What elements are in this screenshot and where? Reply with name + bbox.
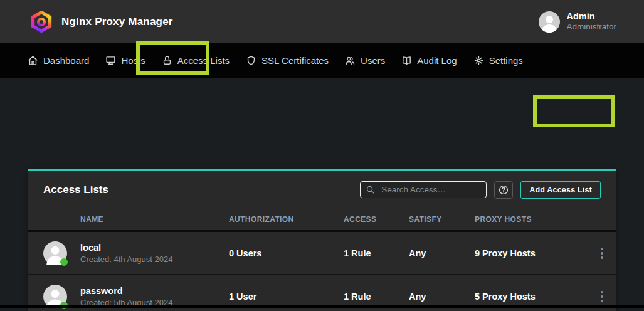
kebab-menu-icon[interactable] bbox=[598, 245, 606, 261]
search-icon bbox=[366, 185, 375, 194]
app-title: Nginx Proxy Manager bbox=[61, 16, 173, 28]
search-input[interactable] bbox=[380, 184, 481, 195]
gear-icon bbox=[473, 55, 484, 66]
column-header-proxy-hosts: PROXY HOSTS bbox=[475, 215, 588, 224]
online-status-dot bbox=[60, 258, 68, 266]
home-icon bbox=[28, 55, 38, 66]
access-lists-table: NAME AUTHORIZATION ACCESS SATISFY PROXY … bbox=[28, 208, 616, 311]
authorization-value: 0 Users bbox=[229, 248, 344, 258]
table-row[interactable]: local Created: 4th August 2024 0 Users 1… bbox=[28, 232, 616, 274]
proxy-hosts-value: 9 Proxy Hosts bbox=[475, 248, 588, 258]
nav-label: Users bbox=[361, 55, 385, 66]
panel-header: Access Lists Add Access List bbox=[28, 171, 616, 208]
access-value: 1 Rule bbox=[344, 292, 409, 302]
nav-item-audit-log[interactable]: Audit Log bbox=[401, 55, 457, 66]
nav-label: Access Lists bbox=[177, 55, 230, 66]
user-menu[interactable]: Admin Administrator bbox=[539, 11, 616, 33]
nav-item-ssl-certificates[interactable]: SSL Certificates bbox=[246, 55, 329, 66]
column-header-satisfy: SATISFY bbox=[409, 215, 475, 224]
monitor-icon bbox=[105, 55, 116, 66]
nginx-proxy-manager-app: { "topbar": { "title": "Nginx Proxy Mana… bbox=[0, 0, 644, 311]
lock-icon bbox=[162, 55, 172, 66]
user-role: Administrator bbox=[566, 22, 616, 32]
panel-title: Access Lists bbox=[43, 184, 352, 196]
page-content: Access Lists Add Access List NAME AUTHOR bbox=[0, 78, 644, 308]
help-button[interactable] bbox=[494, 181, 513, 199]
nav-item-settings[interactable]: Settings bbox=[473, 55, 523, 66]
column-header-authorization: AUTHORIZATION bbox=[229, 215, 344, 224]
access-list-name: local bbox=[80, 243, 172, 253]
nav-item-dashboard[interactable]: Dashboard bbox=[28, 55, 89, 66]
search-box bbox=[360, 181, 487, 198]
satisfy-value: Any bbox=[409, 292, 475, 302]
question-circle-icon bbox=[498, 184, 509, 196]
column-header-access: ACCESS bbox=[344, 215, 409, 224]
main-nav: Dashboard Hosts Access Lists SSL Certifi… bbox=[0, 43, 644, 78]
users-icon bbox=[345, 55, 356, 66]
shield-icon bbox=[246, 55, 256, 66]
nav-label: SSL Certificates bbox=[261, 55, 329, 66]
access-value: 1 Rule bbox=[344, 248, 409, 258]
add-access-list-button[interactable]: Add Access List bbox=[520, 181, 601, 199]
nav-label: Hosts bbox=[121, 55, 145, 66]
satisfy-value: Any bbox=[409, 248, 475, 258]
app-header: Nginx Proxy Manager Admin Administrator bbox=[0, 0, 644, 43]
nginx-proxy-manager-logo-icon bbox=[30, 11, 53, 33]
user-avatar bbox=[539, 11, 560, 33]
nav-label: Settings bbox=[489, 55, 523, 66]
person-icon bbox=[539, 11, 560, 33]
access-lists-panel: Access Lists Add Access List NAME AUTHOR bbox=[28, 169, 616, 311]
bottom-edge-strip bbox=[0, 305, 644, 308]
nav-label: Audit Log bbox=[417, 55, 457, 66]
column-header-name: NAME bbox=[28, 215, 229, 224]
table-header-row: NAME AUTHORIZATION ACCESS SATISFY PROXY … bbox=[28, 208, 616, 232]
created-date: Created: 4th August 2024 bbox=[80, 255, 172, 264]
user-name: Admin bbox=[566, 11, 616, 22]
kebab-menu-icon[interactable] bbox=[598, 288, 606, 305]
nav-item-hosts[interactable]: Hosts bbox=[105, 55, 145, 66]
nav-label: Dashboard bbox=[43, 55, 89, 66]
nav-item-access-lists[interactable]: Access Lists bbox=[162, 55, 230, 66]
proxy-hosts-value: 5 Proxy Hosts bbox=[475, 292, 588, 302]
nav-item-users[interactable]: Users bbox=[345, 55, 385, 66]
avatar bbox=[43, 241, 67, 265]
access-list-name: password bbox=[80, 286, 172, 296]
book-icon bbox=[401, 55, 412, 66]
authorization-value: 1 User bbox=[229, 292, 344, 302]
